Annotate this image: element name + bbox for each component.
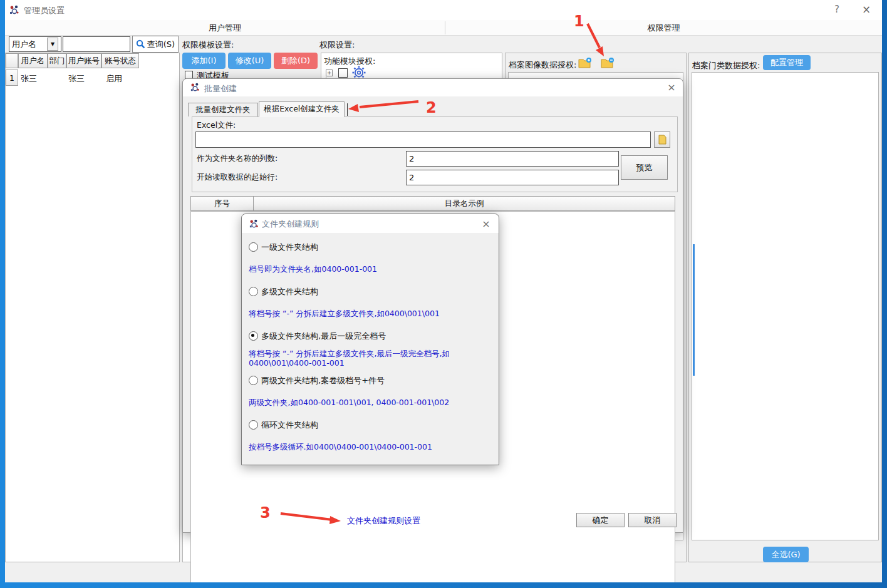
cell-status: 启用	[106, 73, 122, 85]
help-button[interactable]: ?	[834, 4, 839, 15]
batch-dialog-titlebar: 批量创建 ×	[183, 79, 683, 96]
table-corner-cell	[6, 53, 18, 68]
radio-option-1-desc: 档号即为文件夹名,如0400-001-001	[249, 264, 377, 274]
browse-button[interactable]	[654, 132, 670, 148]
radio-option-1-label[interactable]: 一级文件夹结构	[261, 242, 318, 253]
annotation-number-1: 1	[574, 13, 584, 30]
annotation-number-3: 3	[260, 504, 271, 522]
search-button-label: 查询(S)	[147, 39, 175, 50]
category-auth-list	[692, 72, 879, 540]
row-number: 1	[6, 70, 18, 86]
delete-button[interactable]: 删除(D)	[274, 53, 318, 69]
dialog-icon	[249, 219, 259, 229]
edit-button[interactable]: 修改(U)	[228, 53, 271, 69]
cols-input[interactable]	[406, 151, 619, 167]
tab-permission-management[interactable]: 权限管理	[445, 20, 882, 36]
main-tabstrip: 用户管理 权限管理	[5, 20, 882, 36]
app-icon	[9, 4, 20, 16]
excel-settings-pane: Excel文件: 作为文件夹名称的列数: 开始读取数据的起始行: 预览	[192, 116, 678, 192]
cell-username: 张三	[21, 73, 37, 85]
module-root-checkbox[interactable]	[338, 68, 348, 78]
desktop: 管理员设置 ? × 用户管理 权限管理 用户名 ▼ 查询(S) 用户名 部门 用…	[0, 0, 887, 588]
batch-dialog-close-icon[interactable]: ×	[665, 81, 678, 93]
radio-option-2-label[interactable]: 多级文件夹结构	[261, 286, 318, 297]
tab-user-management[interactable]: 用户管理	[5, 20, 445, 36]
module-auth-label: 功能模块授权:	[324, 56, 375, 67]
radio-option-4-desc: 两级文件夹,如0400-001-001\001, 0400-001-001\00…	[249, 398, 449, 407]
search-field-value: 用户名	[12, 39, 47, 50]
dialog-icon	[190, 82, 200, 93]
file-icon	[658, 135, 667, 145]
image-auth-label: 档案图像数据授权:	[509, 59, 576, 71]
user-table: 用户名 部门 用户账号 账号状态 1 张三 张三 启用	[5, 53, 180, 562]
tab-batch-create-folder[interactable]: 批量创建文件夹	[188, 103, 258, 116]
col-header-username[interactable]: 用户名	[18, 53, 48, 68]
window-title: 管理员设置	[24, 5, 65, 16]
tab-excel-create-folder[interactable]: 根据Excel创建文件夹	[259, 101, 345, 117]
batch-dialog-title: 批量创建	[204, 83, 237, 95]
folder-add-icon[interactable]	[578, 57, 592, 70]
category-auth-label: 档案门类数据授权:	[692, 60, 760, 71]
ok-button[interactable]: 确定	[576, 513, 625, 527]
radio-option-3[interactable]	[249, 331, 258, 341]
radio-option-5-label[interactable]: 循环文件夹结构	[261, 420, 318, 431]
rows-label: 开始读取数据的起始行:	[197, 172, 278, 183]
chevron-down-icon[interactable]: ▼	[47, 38, 58, 51]
excel-file-label: Excel文件:	[197, 120, 236, 131]
cancel-button[interactable]: 取消	[628, 513, 677, 527]
radio-option-1[interactable]	[249, 242, 258, 252]
tree-expand-icon[interactable]: +	[326, 70, 333, 76]
search-input[interactable]	[63, 36, 130, 52]
search-field-select[interactable]: 用户名 ▼	[9, 36, 61, 52]
radio-option-4[interactable]	[249, 376, 258, 385]
rule-settings-link[interactable]: 文件夹创建规则设置	[347, 515, 420, 527]
rule-dialog-title: 文件夹创建规则	[262, 219, 319, 230]
folder-remove-icon[interactable]	[601, 57, 615, 70]
annotation-number-2: 2	[426, 99, 437, 116]
scrollbar-thumb[interactable]	[693, 244, 695, 376]
col-header-dept[interactable]: 部门	[48, 53, 66, 68]
close-button[interactable]: ×	[862, 3, 871, 16]
rule-dialog-titlebar: 文件夹创建规则 ×	[242, 214, 499, 233]
select-all-categories-button[interactable]: 全选(G)	[763, 547, 809, 562]
add-button[interactable]: 添加(I)	[182, 53, 226, 69]
permission-settings-label: 权限设置:	[319, 39, 355, 51]
preview-col-dirname[interactable]: 目录名示例	[253, 196, 675, 211]
col-header-status[interactable]: 账号状态	[101, 53, 139, 68]
window-titlebar: 管理员设置 ? ×	[5, 0, 882, 20]
col-header-account[interactable]: 用户账号	[66, 53, 101, 68]
radio-option-5-desc: 按档号多级循环.如0400\0400-001\0400-001-001	[249, 442, 432, 451]
radio-option-2-desc: 将档号按 “-” 分拆后建立多级文件夹,如0400\001\001	[249, 309, 440, 318]
search-icon	[136, 39, 145, 49]
radio-option-2[interactable]	[249, 287, 258, 296]
radio-option-3-label[interactable]: 多级文件夹结构,最后一级完全档号	[261, 331, 386, 342]
rows-input[interactable]	[406, 170, 619, 185]
radio-option-3-desc: 将档号按 “-” 分拆后建立多级文件夹,最后一级完全档号,如 0400\001\…	[249, 349, 487, 368]
category-auth-panel: 档案门类数据授权: 配置管理 全选(G)	[688, 53, 882, 562]
cols-label: 作为文件夹名称的列数:	[197, 153, 278, 164]
preview-button[interactable]: 预览	[621, 155, 668, 180]
radio-option-4-label[interactable]: 两级文件夹结构,案卷级档号+件号	[261, 375, 385, 386]
radio-option-5[interactable]	[249, 420, 258, 430]
preview-col-seq[interactable]: 序号	[190, 196, 254, 211]
folder-rule-dialog: 文件夹创建规则 × 一级文件夹结构 档号即为文件夹名,如0400-001-001…	[241, 214, 499, 465]
template-settings-label: 权限模板设置:	[182, 39, 234, 51]
search-button[interactable]: 查询(S)	[132, 36, 179, 53]
rule-dialog-close-icon[interactable]: ×	[480, 218, 492, 230]
excel-file-input[interactable]	[195, 132, 651, 148]
table-row[interactable]: 1 张三 张三 启用	[6, 68, 180, 86]
tab-caret	[347, 103, 348, 116]
cell-account: 张三	[68, 73, 85, 85]
config-manage-button[interactable]: 配置管理	[763, 55, 811, 70]
admin-settings-window: 管理员设置 ? × 用户管理 权限管理 用户名 ▼ 查询(S) 用户名 部门 用…	[5, 0, 882, 582]
